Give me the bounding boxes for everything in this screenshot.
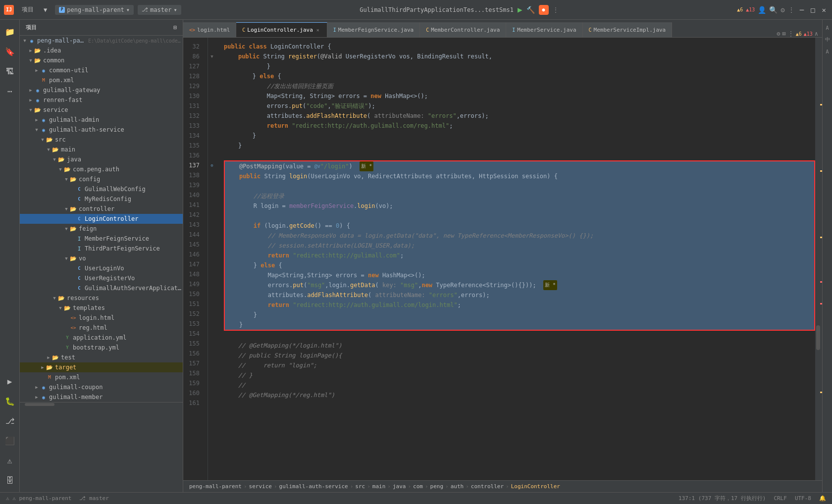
tree-gulimall-coupon[interactable]: ▶ ◉ gulimall-coupon: [20, 382, 183, 392]
sidebar-more-icon[interactable]: ⋯: [1, 82, 19, 100]
tree-member-feign[interactable]: ▶ I MemberFeignService: [20, 234, 183, 244]
breadcrumb-main[interactable]: main: [372, 483, 386, 490]
tree-feign[interactable]: ▼ 📂 feign: [20, 224, 183, 234]
tab-more-icon[interactable]: ⋮: [788, 30, 794, 37]
menu-dropdown[interactable]: ▼: [40, 4, 51, 15]
tab-member-service-impl[interactable]: C MemberServiceImpl.java: [583, 22, 673, 37]
tree-gateway[interactable]: ▶ ◉ gulimall-gateway: [20, 85, 183, 95]
status-notifications[interactable]: 🔔: [817, 495, 828, 502]
breadcrumb-project[interactable]: peng-mall-parent: [189, 483, 242, 490]
sidebar-git-icon[interactable]: ⎇: [1, 412, 19, 430]
breadcrumb-java[interactable]: java: [393, 483, 406, 490]
tree-vo[interactable]: ▼ 📂 vo: [20, 253, 183, 263]
tree-target[interactable]: ▶ 📂 target: [20, 362, 183, 372]
close-button[interactable]: ✕: [820, 6, 828, 14]
login-ctrl-tab-close[interactable]: ✕: [315, 27, 321, 33]
status-project[interactable]: ⚠ ⚠ peng-mall-parent: [4, 495, 73, 502]
sidebar-problems-icon[interactable]: ⚠: [1, 452, 19, 469]
tree-service[interactable]: ▼ 📂 service: [20, 105, 183, 115]
build-button[interactable]: 🔨: [526, 6, 535, 14]
sidebar-right-icon-3[interactable]: A: [824, 48, 832, 55]
status-position[interactable]: 137:1 (737 字符，17 行执行行): [676, 495, 768, 502]
editor-warnings[interactable]: ▲6: [796, 31, 802, 37]
errors-badge[interactable]: ▲13: [746, 7, 755, 12]
tree-auth-server-app[interactable]: ▶ C GulimallAuthServerApplication: [20, 283, 183, 293]
tree-auth-service[interactable]: ▼ ◉ gulimall-auth-service: [20, 125, 183, 135]
tab-member-controller[interactable]: C MemberController.java: [420, 22, 506, 37]
tree-gulimall-admin[interactable]: ▶ ◉ gulimall-admin: [20, 115, 183, 125]
tree-java[interactable]: ▼ 📂 java: [20, 154, 183, 164]
more-run-options[interactable]: ⋮: [553, 6, 559, 13]
tab-settings-icon[interactable]: ⚙: [777, 30, 780, 37]
sidebar-terminal-icon[interactable]: ⬛: [1, 432, 19, 450]
sidebar-structure-icon[interactable]: 🏗: [1, 62, 19, 80]
sidebar-bookmarks-icon[interactable]: 🔖: [1, 43, 19, 60]
breadcrumb-auth[interactable]: gulimall-auth-service: [279, 483, 348, 490]
tree-renren[interactable]: ▶ ◉ renren-fast: [20, 95, 183, 105]
tree-gulimall-web-config[interactable]: ▶ C GulimallWebConfig: [20, 184, 183, 194]
tree-idea[interactable]: ▶ 📂 .idea: [20, 46, 183, 55]
file-tree-collapse-icon[interactable]: ⊟: [173, 24, 177, 31]
scrollbar-thumb[interactable]: [816, 325, 820, 350]
tree-src[interactable]: ▼ 📂 src: [20, 135, 183, 145]
tab-member-feign[interactable]: I MemberFeignService.java: [327, 22, 420, 37]
tree-user-register-vo[interactable]: ▶ C UserRegisterVo: [20, 273, 183, 283]
tree-user-login-vo[interactable]: ▶ C UserLoginVo: [20, 263, 183, 273]
tree-application-yml[interactable]: ▶ Y application.yml: [20, 333, 183, 343]
debug-button[interactable]: ●: [539, 5, 549, 15]
breadcrumb-peng[interactable]: peng: [430, 483, 444, 490]
menu-item-project[interactable]: 项目: [18, 3, 38, 16]
tab-split-icon[interactable]: ⊞: [782, 30, 785, 37]
sidebar-project-icon[interactable]: 📁: [1, 23, 19, 41]
status-git[interactable]: ⎇ master: [77, 495, 110, 502]
tab-login-html[interactable]: <> login.html: [183, 22, 236, 37]
tree-common[interactable]: ▼ 📂 common: [20, 55, 183, 65]
tree-common-util[interactable]: ▶ ◉ common-util: [20, 65, 183, 75]
project-selector[interactable]: P peng-mall-parent ▾: [55, 5, 134, 15]
user-icon[interactable]: 👤: [758, 6, 766, 14]
tree-scrollbar[interactable]: [20, 402, 183, 406]
sidebar-database-icon[interactable]: 🗄: [1, 471, 19, 489]
status-charset[interactable]: UTF-8: [793, 495, 813, 502]
fold-32[interactable]: [208, 42, 216, 51]
maximize-button[interactable]: □: [809, 6, 817, 14]
sidebar-right-icon-2[interactable]: 中: [824, 36, 832, 44]
code-content[interactable]: public class LoginController { public St…: [216, 38, 815, 480]
tab-close-all[interactable]: ∧: [815, 30, 818, 37]
tree-templates[interactable]: ▼ 📂 templates: [20, 303, 183, 313]
fold-86[interactable]: ▼: [208, 51, 216, 61]
breadcrumb-login-ctrl[interactable]: LoginController: [511, 483, 560, 490]
tree-resources[interactable]: ▼ 📂 resources: [20, 293, 183, 303]
breadcrumb-auth-pkg[interactable]: auth: [451, 483, 464, 490]
tree-third-part-feign[interactable]: ▶ I ThirdPartFeignService: [20, 244, 183, 253]
tree-config[interactable]: ▼ 📂 config: [20, 174, 183, 184]
tree-com-peng-auth[interactable]: ▼ 📂 com.peng.auth: [20, 164, 183, 174]
branch-selector[interactable]: ⎇ master ▾: [138, 5, 181, 15]
sidebar-run-icon[interactable]: ▶: [1, 372, 19, 390]
run-button[interactable]: ▶: [518, 5, 522, 14]
tree-reg-html[interactable]: ▶ <> reg.html: [20, 323, 183, 333]
breadcrumb-com[interactable]: com: [413, 483, 423, 490]
breadcrumb-src[interactable]: src: [355, 483, 365, 490]
minimize-button[interactable]: ─: [798, 6, 806, 14]
tree-gulimall-member[interactable]: ▶ ◉ gulimall-member: [20, 392, 183, 402]
settings-icon[interactable]: ⚙: [780, 6, 784, 14]
tree-login-html[interactable]: ▶ <> login.html: [20, 313, 183, 323]
status-encoding[interactable]: CRLF: [772, 495, 789, 502]
more-options-icon[interactable]: ⋮: [788, 6, 795, 14]
search-icon[interactable]: 🔍: [769, 6, 778, 14]
fold-137[interactable]: ⊙: [208, 160, 216, 170]
editor-errors[interactable]: ▲13: [804, 31, 813, 37]
tree-test[interactable]: ▶ 📂 test: [20, 353, 183, 362]
tree-pom-auth[interactable]: ▶ M pom.xml: [20, 372, 183, 382]
editor-scrolltrack[interactable]: [815, 38, 822, 480]
sidebar-right-icon-1[interactable]: A: [824, 24, 832, 32]
tree-login-controller[interactable]: ▶ C LoginController: [20, 214, 183, 224]
tab-login-controller[interactable]: C LoginController.java ✕: [236, 22, 327, 37]
tree-pom-common[interactable]: ▶ M pom.xml: [20, 75, 183, 85]
tree-bootstrap-yml[interactable]: ▶ Y bootstrap.yml: [20, 343, 183, 353]
tab-member-service[interactable]: I MemberService.java: [506, 22, 582, 37]
tree-my-redis-config[interactable]: ▶ C MyRedisConfig: [20, 194, 183, 204]
warnings-badge[interactable]: ▲6: [737, 7, 743, 12]
sidebar-debug-icon[interactable]: 🐛: [1, 392, 19, 410]
